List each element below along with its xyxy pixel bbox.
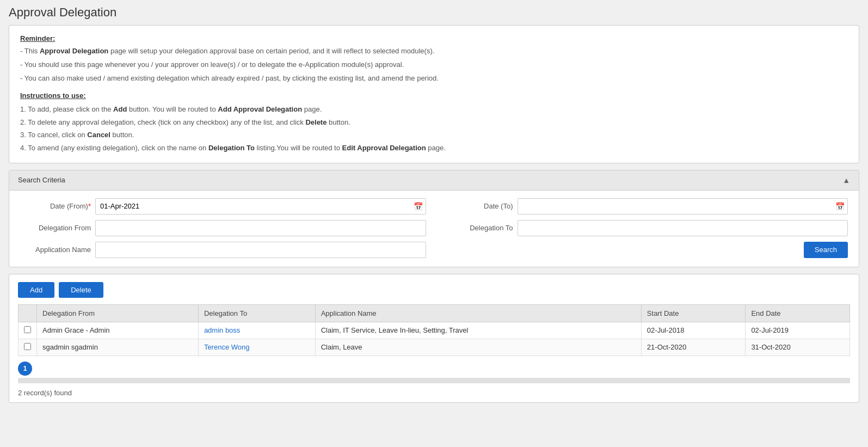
- date-from-label: Date (From)*: [20, 202, 91, 210]
- row1-checkbox[interactable]: [24, 326, 31, 333]
- search-button[interactable]: Search: [804, 242, 848, 258]
- date-to-input[interactable]: [518, 198, 848, 215]
- instructions-title: Instructions to use:: [20, 91, 848, 100]
- date-to-calendar-icon[interactable]: 📅: [834, 201, 846, 212]
- reminder-line-3: - You can also make used / amend existin…: [20, 73, 848, 84]
- search-panel-body: Date (From)* 📅 Delegation From: [9, 191, 859, 267]
- col-header-start-date: Start Date: [641, 304, 746, 322]
- table-header-row: Delegation From Delegation To Applicatio…: [19, 304, 850, 322]
- row1-application-name: Claim, IT Service, Leave In-lieu, Settin…: [315, 322, 641, 339]
- row2-start-date: 21-Oct-2020: [641, 339, 746, 356]
- delegation-from-input[interactable]: [95, 220, 426, 236]
- pagination-row: 1: [18, 362, 850, 376]
- search-panel-title: Search Criteria: [18, 176, 65, 184]
- delegation-to-input[interactable]: [518, 220, 848, 236]
- col-header-delegation-from: Delegation From: [37, 304, 199, 322]
- instruction-1: 1. To add, please click on the Add butto…: [20, 103, 848, 115]
- delete-button[interactable]: Delete: [59, 282, 103, 298]
- instruction-2: 2. To delete any approval delegation, ch…: [20, 116, 848, 128]
- row2-end-date: 31-Oct-2020: [746, 339, 850, 356]
- col-header-delegation-to: Delegation To: [198, 304, 315, 322]
- table-row: Admin Grace - Admin admin boss Claim, IT…: [19, 322, 850, 339]
- add-button[interactable]: Add: [18, 282, 54, 298]
- table-row: sgadmin sgadmin Terence Wong Claim, Leav…: [19, 339, 850, 356]
- row2-checkbox[interactable]: [24, 343, 31, 350]
- delegation-to-label: Delegation To: [442, 224, 513, 232]
- data-table: Delegation From Delegation To Applicatio…: [18, 304, 850, 356]
- instruction-4: 4. To amend (any existing delegation), c…: [20, 142, 848, 154]
- row1-checkbox-cell: [19, 322, 37, 339]
- search-criteria-panel: Search Criteria ▲ Date (From)* 📅: [9, 170, 859, 267]
- instruction-3: 3. To cancel, click on Cancel button.: [20, 128, 848, 141]
- reminder-title: Reminder:: [20, 34, 848, 42]
- col-header-checkbox: [19, 304, 37, 322]
- row1-delegation-from: Admin Grace - Admin: [37, 322, 199, 339]
- row1-delegation-to-link[interactable]: admin boss: [204, 326, 240, 334]
- page-title: Approval Delegation: [9, 5, 859, 20]
- date-to-label: Date (To): [442, 202, 513, 210]
- results-panel: Add Delete Delegation From Delegation To…: [9, 274, 859, 403]
- row2-checkbox-cell: [19, 339, 37, 356]
- col-header-application-name: Application Name: [315, 304, 641, 322]
- records-found: 2 record(s) found: [18, 389, 850, 397]
- date-from-input[interactable]: [95, 198, 426, 215]
- page-1-badge[interactable]: 1: [18, 362, 32, 376]
- row1-start-date: 02-Jul-2018: [641, 322, 746, 339]
- reminder-line-2: - You should use this page whenever you …: [20, 59, 848, 71]
- row2-delegation-to-link[interactable]: Terence Wong: [204, 343, 250, 351]
- application-name-input[interactable]: [95, 242, 426, 258]
- delegation-from-label: Delegation From: [20, 224, 91, 232]
- collapse-icon[interactable]: ▲: [842, 176, 850, 185]
- reminder-line-1: - This Approval Delegation page will set…: [20, 46, 848, 57]
- horizontal-scrollbar[interactable]: [18, 378, 850, 383]
- row2-delegation-from: sgadmin sgadmin: [37, 339, 199, 356]
- row2-delegation-to: Terence Wong: [198, 339, 315, 356]
- search-panel-header: Search Criteria ▲: [9, 170, 859, 191]
- col-header-end-date: End Date: [746, 304, 850, 322]
- application-name-label: Application Name: [20, 246, 91, 254]
- row1-end-date: 02-Jul-2019: [746, 322, 850, 339]
- row1-delegation-to: admin boss: [198, 322, 315, 339]
- table-scroll-wrapper: Delegation From Delegation To Applicatio…: [18, 304, 850, 356]
- date-from-calendar-icon[interactable]: 📅: [413, 201, 424, 212]
- action-buttons-row: Add Delete: [18, 282, 850, 298]
- row2-application-name: Claim, Leave: [315, 339, 641, 356]
- info-card: Reminder: - This Approval Delegation pag…: [9, 25, 859, 163]
